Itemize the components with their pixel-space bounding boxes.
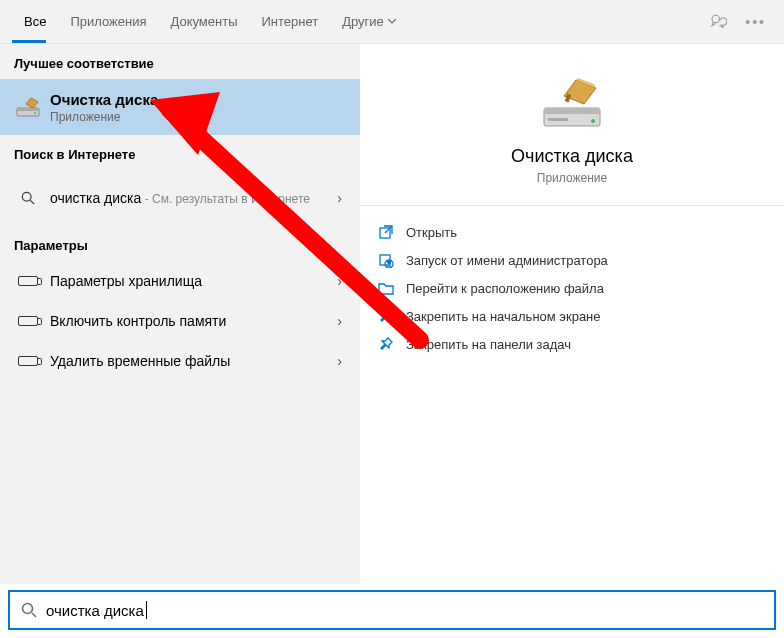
- svg-line-5: [30, 200, 34, 204]
- storage-icon: [14, 276, 42, 286]
- result-inline-sub: - См. результаты в Интернете: [141, 192, 310, 206]
- storage-icon: [14, 356, 42, 366]
- svg-point-4: [22, 192, 31, 201]
- result-best-match[interactable]: Очистка диска Приложение: [0, 79, 360, 135]
- result-title: Очистка диска: [50, 91, 346, 108]
- divider: [360, 205, 784, 206]
- group-header-web: Поиск в Интернете: [0, 135, 360, 170]
- open-icon: [378, 224, 394, 240]
- svg-rect-2: [17, 108, 39, 111]
- result-title: Включить контроль памяти: [50, 313, 226, 329]
- action-pin-start[interactable]: Закрепить на начальном экране: [378, 302, 766, 330]
- chevron-right-icon: ›: [333, 313, 346, 329]
- pin-start-icon: [378, 308, 394, 324]
- action-label: Запуск от имени администратора: [406, 253, 608, 268]
- tab-more-label: Другие: [342, 0, 384, 44]
- pin-taskbar-icon: [378, 336, 394, 352]
- feedback-icon[interactable]: [709, 13, 727, 31]
- result-storage-sense[interactable]: Включить контроль памяти ›: [0, 301, 360, 341]
- action-label: Перейти к расположению файла: [406, 281, 604, 296]
- tab-all[interactable]: Все: [12, 0, 58, 44]
- result-delete-temp[interactable]: Удалить временные файлы ›: [0, 341, 360, 381]
- action-label: Закрепить на панели задач: [406, 337, 571, 352]
- disk-cleanup-icon: [14, 96, 42, 118]
- svg-point-3: [34, 112, 36, 114]
- admin-icon: [378, 252, 394, 268]
- svg-point-14: [23, 604, 33, 614]
- action-label: Открыть: [406, 225, 457, 240]
- group-header-settings: Параметры: [0, 226, 360, 261]
- search-input[interactable]: очистка диска: [46, 602, 144, 619]
- chevron-down-icon: [388, 19, 396, 24]
- result-title: Удалить временные файлы: [50, 353, 230, 369]
- svg-point-0: [712, 15, 720, 23]
- svg-rect-9: [548, 118, 568, 121]
- storage-icon: [14, 316, 42, 326]
- main-content: Лучшее соответствие Очистка диска Прилож…: [0, 44, 784, 584]
- svg-line-15: [32, 613, 36, 617]
- result-title: очистка диска: [50, 190, 141, 206]
- text-caret: [146, 601, 147, 619]
- action-run-admin[interactable]: Запуск от имени администратора: [378, 246, 766, 274]
- search-filter-tabs: Все Приложения Документы Интернет Другие…: [0, 0, 784, 44]
- search-icon: [20, 602, 38, 618]
- detail-subtitle: Приложение: [378, 171, 766, 185]
- folder-icon: [378, 280, 394, 296]
- result-storage-settings[interactable]: Параметры хранилища ›: [0, 261, 360, 301]
- search-bar[interactable]: очистка диска: [8, 590, 776, 630]
- tab-internet[interactable]: Интернет: [249, 0, 330, 44]
- action-open-location[interactable]: Перейти к расположению файла: [378, 274, 766, 302]
- active-tab-indicator: [12, 40, 46, 43]
- search-icon: [14, 191, 42, 205]
- group-header-best-match: Лучшее соответствие: [0, 44, 360, 79]
- chevron-right-icon: ›: [333, 190, 346, 206]
- more-icon[interactable]: •••: [745, 14, 766, 30]
- action-pin-taskbar[interactable]: Закрепить на панели задач: [378, 330, 766, 358]
- svg-point-8: [591, 119, 595, 123]
- results-panel: Лучшее соответствие Очистка диска Прилож…: [0, 44, 360, 584]
- disk-cleanup-large-icon: [540, 74, 604, 130]
- action-open[interactable]: Открыть: [378, 218, 766, 246]
- tab-documents[interactable]: Документы: [158, 0, 249, 44]
- detail-title: Очистка диска: [378, 146, 766, 167]
- detail-panel: Очистка диска Приложение Открыть Запуск …: [360, 44, 784, 584]
- chevron-right-icon: ›: [333, 273, 346, 289]
- svg-rect-7: [544, 108, 600, 114]
- action-label: Закрепить на начальном экране: [406, 309, 601, 324]
- result-title: Параметры хранилища: [50, 273, 202, 289]
- chevron-right-icon: ›: [333, 353, 346, 369]
- svg-point-13: [388, 261, 391, 264]
- tab-apps[interactable]: Приложения: [58, 0, 158, 44]
- result-subtitle: Приложение: [50, 110, 346, 124]
- tab-more[interactable]: Другие: [330, 0, 408, 44]
- result-web-search[interactable]: очистка диска - См. результаты в Интерне…: [0, 170, 360, 226]
